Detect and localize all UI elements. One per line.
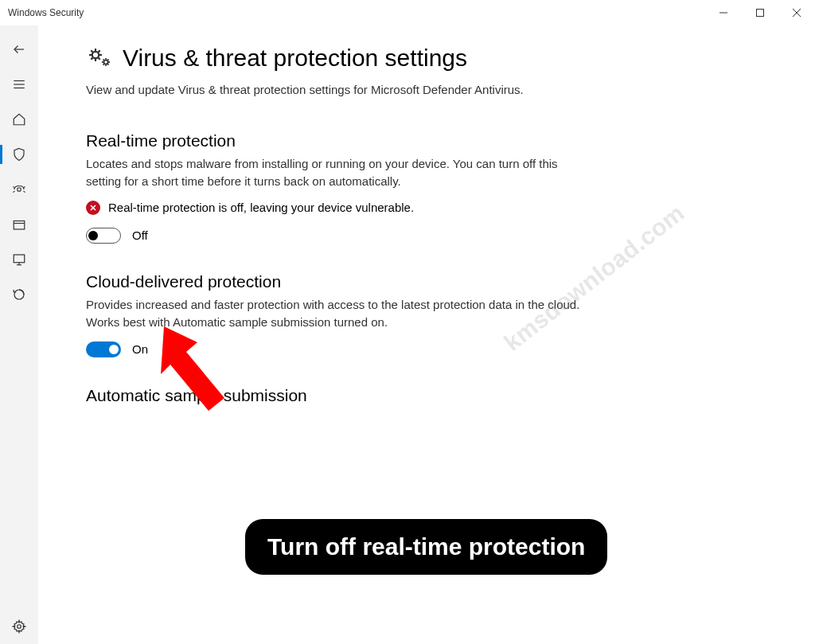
svg-rect-1 <box>757 10 764 17</box>
svg-rect-9 <box>14 221 25 230</box>
svg-point-8 <box>18 188 21 192</box>
nav-app-browser[interactable] <box>0 242 38 277</box>
sidebar <box>0 25 38 644</box>
section-cloud: Cloud-delivered protection Provides incr… <box>86 272 595 357</box>
svg-line-32 <box>107 60 108 60</box>
svg-line-22 <box>99 58 100 60</box>
svg-point-25 <box>103 60 107 64</box>
svg-point-16 <box>92 52 99 58</box>
toggle-label: On <box>132 342 148 356</box>
window-title: Windows Security <box>8 7 705 18</box>
page-title: Virus & threat protection settings <box>123 45 467 72</box>
nav-device-security[interactable] <box>0 277 38 312</box>
section-title: Real-time protection <box>86 131 595 150</box>
svg-line-31 <box>107 64 108 64</box>
svg-line-23 <box>99 50 100 52</box>
page-header: Virus & threat protection settings <box>86 45 783 72</box>
warning-x-icon <box>86 201 100 215</box>
section-title: Automatic sample submission <box>86 386 595 405</box>
svg-rect-11 <box>14 255 25 263</box>
nav-settings[interactable] <box>0 609 38 644</box>
nav-firewall[interactable] <box>0 207 38 242</box>
close-button[interactable] <box>778 0 815 25</box>
minimize-button[interactable] <box>705 0 742 25</box>
svg-line-24 <box>91 58 92 60</box>
gears-icon <box>86 47 113 69</box>
main-content: Virus & threat protection settings View … <box>38 25 815 644</box>
svg-line-21 <box>91 50 92 52</box>
caption-annotation: Turn off real-time protection <box>245 519 607 575</box>
section-realtime: Real-time protection Locates and stops m… <box>86 131 595 244</box>
section-auto-sample: Automatic sample submission <box>86 386 595 405</box>
nav-virus-protection[interactable] <box>0 137 38 172</box>
toggle-cloud[interactable] <box>86 342 121 357</box>
maximize-button[interactable] <box>742 0 778 25</box>
warning-row: Real-time protection is off, leaving you… <box>86 201 595 215</box>
section-desc: Provides increased and faster protection… <box>86 296 595 332</box>
svg-line-30 <box>103 60 104 60</box>
toggle-label: Off <box>132 228 148 242</box>
back-button[interactable] <box>0 32 38 67</box>
toggle-realtime[interactable] <box>86 228 121 244</box>
titlebar: Windows Security <box>0 0 815 25</box>
nav-home[interactable] <box>0 102 38 137</box>
menu-button[interactable] <box>0 67 38 102</box>
section-desc: Locates and stops malware from installin… <box>86 155 595 191</box>
page-subtitle: View and update Virus & threat protectio… <box>86 81 563 100</box>
section-title: Cloud-delivered protection <box>86 272 595 291</box>
warning-text: Real-time protection is off, leaving you… <box>108 201 414 214</box>
nav-account-protection[interactable] <box>0 172 38 207</box>
svg-line-33 <box>103 64 104 64</box>
svg-point-15 <box>18 625 21 629</box>
